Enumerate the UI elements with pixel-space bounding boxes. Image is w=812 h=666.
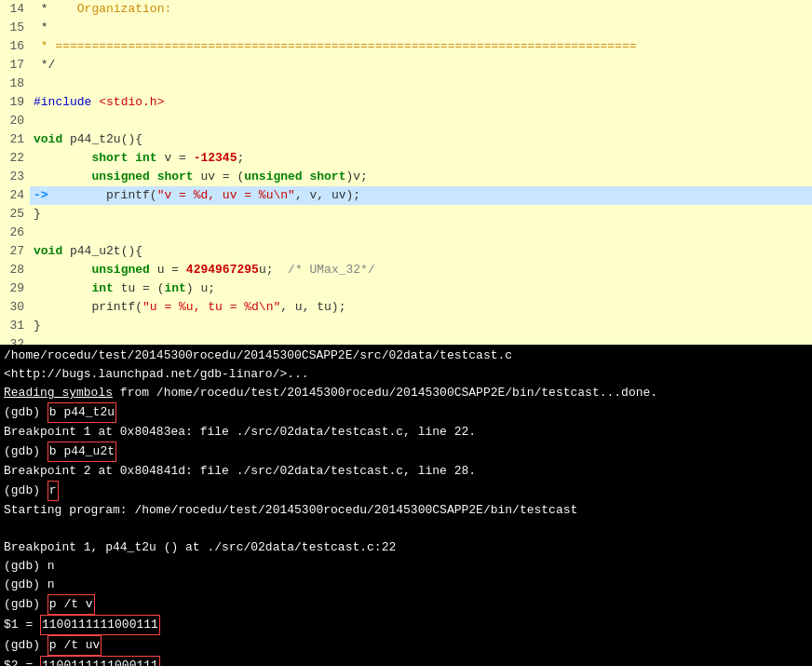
term-empty1 (4, 520, 808, 538)
term-gdb7-cmd: p /t uv (47, 635, 102, 656)
term-gdb3-line: (gdb) r (4, 481, 808, 501)
term-starting-line: Starting program: /home/rocedu/test/2014… (4, 501, 808, 520)
code-line-24: 24 -> printf("v = %d, uv = %u\n", v, uv)… (0, 186, 812, 205)
code-line-18: 18 (0, 75, 812, 93)
term-bp2-line: Breakpoint 2 at 0x804841d: file ./src/02… (4, 462, 808, 481)
code-line-23: 23 unsigned short uv = (unsigned short)v… (0, 168, 812, 186)
term-bphit1-text: Breakpoint 1, p44_t2u () at ./src/02data… (4, 538, 396, 557)
term-val2-line: $2 = 1100111111000111 (4, 656, 808, 666)
code-line-25: 25 } (0, 205, 812, 224)
term-bp1-line: Breakpoint 1 at 0x80483ea: file ./src/02… (4, 423, 808, 442)
term-url-line: <http://bugs.launchpad.net/gdb-linaro/>.… (4, 365, 808, 384)
term-gdb4-prompt: (gdb) n (4, 557, 55, 576)
term-gdb1-cmd: b p44_t2u (47, 402, 116, 423)
code-line-14: 14 * Organization: (0, 0, 812, 19)
code-line-17: 17 */ (0, 56, 812, 75)
term-gdb2-line: (gdb) b p44_u2t (4, 442, 808, 462)
term-gdb7-line: (gdb) p /t uv (4, 635, 808, 656)
term-reading-text: Reading symbols from /home/rocedu/test/2… (4, 384, 657, 402)
code-line-15: 15 * (0, 19, 812, 37)
term-gdb6-cmd: p /t v (47, 594, 95, 615)
code-line-19: 19 #include <stdio.h> (0, 93, 812, 112)
term-val1-dollar: $1 = (4, 616, 40, 634)
term-bp2-text: Breakpoint 2 at 0x804841d: file ./src/02… (4, 462, 476, 481)
term-gdb6-prompt: (gdb) (4, 595, 47, 614)
code-line-29: 29 int tu = (int) u; (0, 279, 812, 298)
code-line-22: 22 short int v = -12345; (0, 149, 812, 168)
term-val1-line: $1 = 1100111111000111 (4, 615, 808, 635)
term-gdb1-line: (gdb) b p44_t2u (4, 402, 808, 423)
code-line-26: 26 (0, 224, 812, 242)
term-val1-value: 1100111111000111 (40, 615, 160, 635)
code-line-20: 20 (0, 112, 812, 130)
term-starting-text: Starting program: /home/rocedu/test/2014… (4, 501, 577, 520)
term-path-line: /home/rocedu/test/20145300rocedu/2014530… (4, 347, 808, 365)
term-bphit1-line: Breakpoint 1, p44_t2u () at ./src/02data… (4, 538, 808, 557)
term-gdb5-prompt: (gdb) n (4, 576, 55, 594)
term-gdb6-line: (gdb) p /t v (4, 594, 808, 615)
terminal: /home/rocedu/test/20145300rocedu/2014530… (0, 345, 812, 666)
term-gdb2-cmd: b p44_u2t (47, 442, 116, 462)
code-line-30: 30 printf("u = %u, tu = %d\n", u, tu); (0, 298, 812, 317)
term-val2-value: 1100111111000111 (40, 656, 160, 666)
term-val2-dollar: $2 = (4, 657, 40, 666)
code-line-32: 32 (0, 335, 812, 345)
term-reading-line: Reading symbols from /home/rocedu/test/2… (4, 384, 808, 402)
term-gdb5-line: (gdb) n (4, 576, 808, 594)
term-bp1-text: Breakpoint 1 at 0x80483ea: file ./src/02… (4, 423, 476, 442)
code-line-16: 16 * ===================================… (0, 37, 812, 56)
code-line-31: 31 } (0, 317, 812, 335)
term-url-text: <http://bugs.launchpad.net/gdb-linaro/>.… (4, 365, 309, 384)
term-gdb1-prompt: (gdb) (4, 403, 47, 422)
code-line-21: 21 void p44_t2u(){ (0, 130, 812, 149)
term-gdb3-prompt: (gdb) (4, 482, 47, 500)
term-gdb7-prompt: (gdb) (4, 636, 47, 655)
term-path-text: /home/rocedu/test/20145300rocedu/2014530… (4, 347, 512, 365)
term-gdb3-cmd: r (47, 481, 59, 501)
term-gdb4-line: (gdb) n (4, 557, 808, 576)
code-line-27: 27 void p44_u2t(){ (0, 242, 812, 261)
code-editor: 14 * Organization: 15 * 16 * ===========… (0, 0, 812, 345)
term-gdb2-prompt: (gdb) (4, 442, 47, 461)
code-line-28: 28 unsigned u = 4294967295u; /* UMax_32*… (0, 261, 812, 279)
